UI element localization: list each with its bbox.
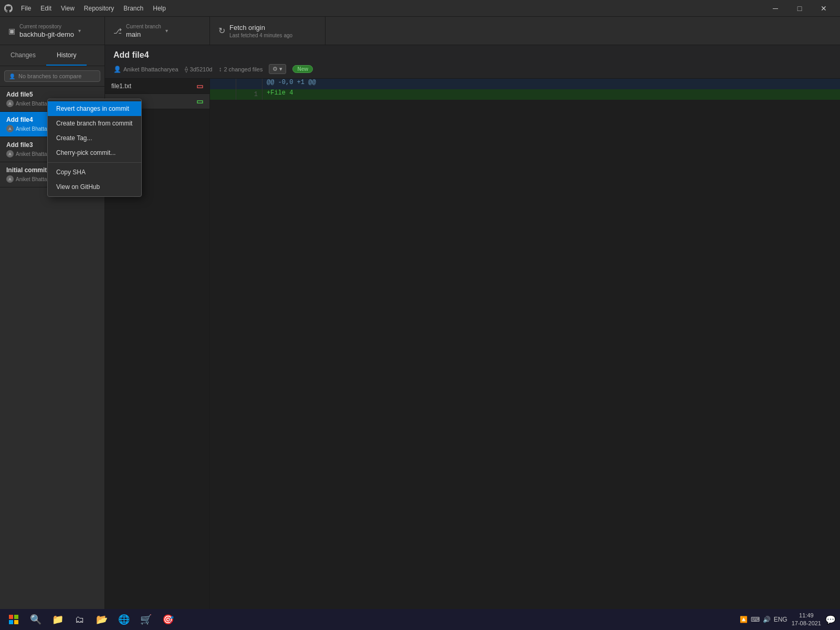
sha-icon: ⟠ (185, 66, 188, 73)
taskbar-search[interactable]: 🔍 (25, 610, 46, 629)
taskbar-file-explorer[interactable]: 📁 (47, 610, 68, 629)
title-bar-menu: File Edit View Repository Branch Help (17, 4, 170, 13)
changed-files-count: 2 changed files (224, 66, 262, 72)
commit-title: Add file5 (6, 91, 98, 98)
title-bar-left: File Edit View Repository Branch Help (4, 4, 170, 13)
menu-repository[interactable]: Repository (80, 4, 118, 13)
svg-rect-0 (9, 615, 13, 619)
menu-branch[interactable]: Branch (119, 4, 148, 13)
fetch-subtitle: Last fetched 4 minutes ago (229, 33, 292, 38)
clock-time: 11:49 (792, 612, 821, 620)
settings-button[interactable]: ⚙ ▾ (269, 64, 286, 74)
taskbar-github[interactable]: 🎯 (158, 610, 178, 629)
files-icon: ↕ (218, 66, 222, 73)
taskbar-left: 🔍 📁 🗂 📂 🌐 🛒 🎯 (4, 610, 178, 629)
file-name: file1.txt (111, 82, 131, 90)
system-tray: 🔼 ⌨ 🔊 ENG (740, 616, 788, 623)
context-menu-create-branch[interactable]: Create branch from commit (48, 116, 141, 131)
branch-label: Current branch (126, 24, 161, 29)
gear-icon: ⚙ (272, 66, 278, 72)
app-logo-icon (4, 4, 13, 13)
content-panels: file1.txt ▭ file4.txt ▭ @@ -0,0 +1 @@ (105, 79, 840, 609)
repo-content: Current repository backhub-git-demo (19, 24, 74, 38)
svg-rect-3 (14, 620, 18, 624)
toolbar: ▣ Current repository backhub-git-demo ▾ … (0, 17, 840, 45)
tab-history[interactable]: History (46, 45, 87, 66)
fetch-title: Fetch origin (229, 24, 292, 32)
settings-chevron-icon: ▾ (279, 66, 282, 72)
clock-date: 17-08-2021 (792, 620, 821, 627)
diff-area: @@ -0,0 +1 @@ 1 +File 4 (210, 79, 840, 609)
avatar: A (6, 125, 14, 132)
avatar: A (6, 100, 14, 107)
diff-content: @@ -0,0 +1 @@ 1 +File 4 (210, 79, 840, 609)
commit-header: Add file4 👤 Aniket Bhattacharyea ⟠ 3d521… (105, 45, 840, 79)
diff-added-line: 1 +File 4 (210, 89, 840, 100)
repo-label: Current repository (19, 24, 74, 29)
branch-content: Current branch main (126, 24, 161, 38)
commit-header-meta: 👤 Aniket Bhattacharyea ⟠ 3d5210d ↕ 2 cha… (113, 64, 832, 74)
commit-author-meta: 👤 Aniket Bhattacharyea (113, 66, 178, 73)
avatar: A (6, 150, 14, 158)
taskbar-folder[interactable]: 📂 (91, 610, 112, 629)
diff-header-content: @@ -0,0 +1 @@ (262, 79, 840, 89)
repo-value: backhub-git-demo (19, 30, 74, 38)
diff-line-number-left (210, 89, 236, 100)
title-bar-controls: ─ □ ✕ (763, 0, 836, 17)
fetch-icon: ↻ (218, 26, 225, 36)
avatar: A (6, 175, 14, 183)
volume-icon[interactable]: 🔊 (763, 616, 771, 623)
commit-sha: 3d5210d (190, 66, 213, 72)
close-button[interactable]: ✕ (812, 0, 836, 17)
svg-rect-1 (14, 615, 18, 619)
windows-logo-icon (9, 615, 18, 624)
new-badge: New (292, 65, 313, 73)
repo-icon: ▣ (8, 27, 15, 35)
minimize-button[interactable]: ─ (763, 0, 788, 17)
taskbar-clock[interactable]: 11:49 17-08-2021 (792, 612, 821, 628)
keyboard-icon: ⌨ (751, 616, 760, 623)
title-bar: File Edit View Repository Branch Help ─ … (0, 0, 840, 17)
branch-compare-placeholder: No branches to compare (18, 73, 81, 79)
context-menu-revert[interactable]: Revert changes in commit (48, 101, 141, 116)
context-menu-create-tag[interactable]: Create Tag... (48, 131, 141, 145)
context-menu: Revert changes in commit Create branch f… (47, 99, 142, 197)
diff-header-line: @@ -0,0 +1 @@ (210, 79, 840, 89)
menu-view[interactable]: View (57, 4, 79, 13)
maximize-button[interactable]: □ (788, 0, 812, 17)
branch-chevron-icon: ▾ (165, 28, 168, 34)
svg-rect-2 (9, 620, 13, 624)
content-area: Add file4 👤 Aniket Bhattacharyea ⟠ 3d521… (105, 45, 840, 609)
branch-value: main (126, 30, 161, 38)
context-menu-cherry-pick[interactable]: Cherry-pick commit... (48, 145, 141, 160)
start-button[interactable] (4, 610, 23, 629)
fetch-content: Fetch origin Last fetched 4 minutes ago (229, 24, 292, 38)
commit-author-detail: Aniket Bhattacharyea (123, 66, 178, 72)
context-menu-copy-sha[interactable]: Copy SHA (48, 165, 141, 180)
file-item[interactable]: file1.txt ▭ (105, 79, 209, 94)
language-indicator[interactable]: ENG (774, 616, 788, 623)
taskbar-browser[interactable]: 🌐 (113, 610, 134, 629)
taskbar-icons: 🔍 📁 🗂 📂 🌐 🛒 🎯 (25, 610, 178, 629)
context-menu-view-github[interactable]: View on GitHub (48, 180, 141, 194)
tab-changes[interactable]: Changes (0, 45, 46, 66)
current-repo-section[interactable]: ▣ Current repository backhub-git-demo ▾ (0, 17, 105, 45)
diff-line-number-right: 1 (236, 89, 262, 100)
diff-line-number-right (236, 79, 262, 89)
notification-icon[interactable]: 💬 (825, 615, 836, 625)
taskbar-store[interactable]: 🛒 (135, 610, 156, 629)
repo-chevron-icon: ▾ (78, 28, 81, 34)
menu-edit[interactable]: Edit (36, 4, 56, 13)
chevron-up-icon[interactable]: 🔼 (740, 616, 748, 623)
menu-help[interactable]: Help (149, 4, 170, 13)
diff-line-number (210, 79, 236, 89)
changed-files-meta: ↕ 2 changed files (218, 66, 262, 73)
current-branch-section[interactable]: ⎇ Current branch main ▾ (105, 17, 210, 45)
branch-compare: 👤 No branches to compare (0, 66, 104, 87)
diff-added-content: +File 4 (262, 89, 840, 100)
fetch-origin-section[interactable]: ↻ Fetch origin Last fetched 4 minutes ag… (210, 17, 326, 45)
branch-compare-icon: 👤 (9, 74, 15, 79)
taskbar-task-view[interactable]: 🗂 (69, 610, 90, 629)
menu-file[interactable]: File (17, 4, 35, 13)
branch-compare-input[interactable]: 👤 No branches to compare (4, 70, 100, 82)
